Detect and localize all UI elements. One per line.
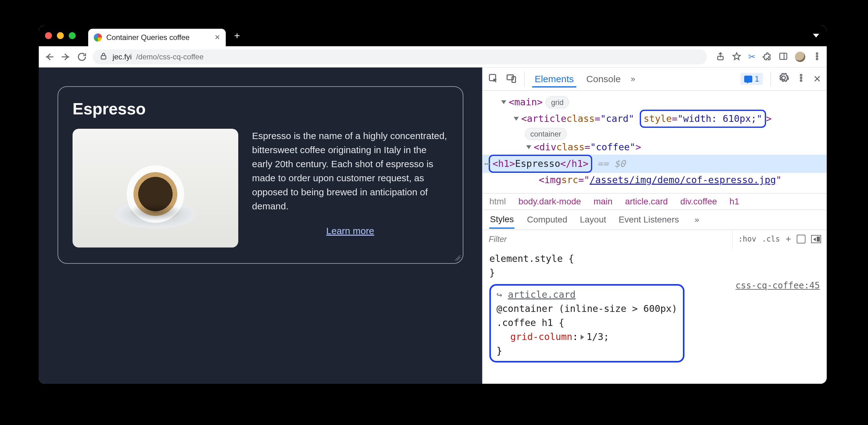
- dom-node-div[interactable]: <div class="coffee" >: [526, 140, 820, 155]
- cls-toggle[interactable]: .cls: [762, 235, 780, 243]
- dom-node-main[interactable]: <main> grid: [501, 95, 820, 110]
- scissors-button[interactable]: ✂: [748, 52, 755, 62]
- container-link[interactable]: article.card: [508, 289, 576, 300]
- issues-badge[interactable]: 1: [740, 73, 763, 85]
- more-tabs-button[interactable]: »: [631, 74, 635, 84]
- devtools-tabbar: Elements Console » 1 ✕: [483, 67, 827, 91]
- url-path: /demo/css-cq-coffee: [136, 53, 204, 61]
- tab-elements[interactable]: Elements: [532, 71, 576, 88]
- back-button[interactable]: [44, 52, 55, 62]
- styles-tab-event-listeners[interactable]: Event Listeners: [619, 215, 679, 225]
- crumb[interactable]: main: [593, 197, 613, 206]
- disclosure-icon[interactable]: [514, 117, 519, 121]
- hov-toggle[interactable]: :hov: [738, 235, 756, 243]
- highlight-h1: <h1>Espresso</h1>: [489, 155, 592, 173]
- address-bar[interactable]: jec.fyi/demo/css-cq-coffee: [93, 50, 707, 64]
- styles-rules: element.style { } css-cq-coffee:45 ↪ art…: [483, 249, 827, 369]
- bookmark-button[interactable]: [732, 52, 741, 62]
- dom-attr: class: [566, 111, 595, 126]
- styles-tab-layout[interactable]: Layout: [580, 215, 606, 225]
- arrow-right-icon: [60, 52, 71, 62]
- dom-node-img[interactable]: <img src="/assets/img/demo/cof-espresso.…: [539, 173, 820, 188]
- dom-node-h1-selected[interactable]: ⋯ <h1>Espresso</h1> == $0: [483, 155, 827, 173]
- menu-button[interactable]: [812, 52, 822, 62]
- dom-breadcrumbs: html body.dark-mode main article.card di…: [483, 193, 827, 210]
- close-window-button[interactable]: [45, 32, 52, 39]
- arrow-left-icon: [44, 52, 55, 62]
- extensions-button[interactable]: [762, 52, 772, 62]
- devtools-menu-button[interactable]: [796, 73, 806, 85]
- more-styles-tabs[interactable]: »: [695, 215, 699, 225]
- crumb[interactable]: article.card: [625, 197, 668, 206]
- crumb[interactable]: html: [489, 197, 506, 206]
- devices-icon: [506, 73, 517, 84]
- dom-tag: ": [776, 173, 782, 188]
- css-value[interactable]: 1/3;: [587, 331, 609, 342]
- share-button[interactable]: [716, 52, 725, 62]
- puzzle-icon: [762, 52, 772, 61]
- styles-filter-bar: :hov .cls +: [483, 230, 827, 249]
- styles-tools: :hov .cls +: [732, 230, 827, 249]
- star-icon: [732, 52, 741, 61]
- browser-toolbar: jec.fyi/demo/css-cq-coffee ✂: [39, 46, 827, 67]
- dom-tag: <article: [521, 111, 566, 126]
- card-heading: Espresso: [72, 99, 448, 118]
- devtools-close-button[interactable]: ✕: [813, 73, 821, 85]
- container-badge[interactable]: container: [525, 128, 566, 140]
- styles-tab-computed[interactable]: Computed: [527, 215, 567, 225]
- new-tab-button[interactable]: +: [230, 29, 244, 42]
- dom-tag: </h1>: [560, 158, 588, 169]
- crumb[interactable]: div.coffee: [680, 197, 717, 206]
- forward-button[interactable]: [60, 52, 71, 62]
- share-icon: [716, 52, 725, 61]
- dom-tag: >: [766, 111, 772, 126]
- settings-button[interactable]: [778, 72, 789, 85]
- reload-button[interactable]: [76, 52, 88, 62]
- dom-text: Espresso: [515, 158, 560, 169]
- speech-icon: [744, 76, 752, 83]
- crumb[interactable]: body.dark-mode: [519, 197, 581, 206]
- disclosure-icon[interactable]: [526, 145, 531, 149]
- profile-avatar[interactable]: [795, 52, 805, 62]
- dom-link[interactable]: /assets/img/demo/cof-espresso.jpg: [590, 173, 776, 188]
- panel-icon: [779, 52, 788, 61]
- dollar-zero: == $0: [597, 157, 625, 171]
- url-host: jec.fyi: [113, 53, 132, 61]
- element-style-rule[interactable]: element.style { }: [489, 252, 820, 280]
- disclosure-icon[interactable]: [501, 100, 506, 104]
- grid-badge[interactable]: grid: [546, 96, 569, 108]
- tab-console[interactable]: Console: [584, 71, 623, 88]
- separator: [524, 72, 525, 86]
- dom-val: "coffee": [590, 140, 636, 155]
- toggle-computed-panel-button[interactable]: [811, 235, 821, 243]
- styles-tab-styles[interactable]: Styles: [489, 210, 514, 229]
- device-toggle-button[interactable]: [506, 73, 517, 85]
- css-property[interactable]: grid-column: [510, 331, 572, 342]
- dom-attr: src: [561, 173, 578, 188]
- container-query-rule[interactable]: ↪ article.card @container (inline-size >…: [489, 284, 684, 362]
- dom-node-article[interactable]: <article class="card" style="width: 610p…: [514, 110, 820, 128]
- chevron-down-icon: [813, 34, 819, 37]
- browser-tab[interactable]: Container Queries coffee ✕: [88, 29, 226, 46]
- dom-val: "width: 610px;": [678, 113, 762, 124]
- learn-more-link[interactable]: Learn more: [252, 224, 448, 238]
- inspect-button[interactable]: [488, 73, 499, 85]
- new-style-rule-button[interactable]: +: [785, 234, 791, 244]
- inspect-icon: [488, 73, 499, 84]
- side-panel-button[interactable]: [779, 52, 788, 62]
- selected-marker: ⋯: [484, 157, 491, 171]
- styles-filter-input[interactable]: [483, 234, 732, 244]
- paint-button[interactable]: [797, 235, 805, 243]
- dom-tree[interactable]: <main> grid <article class="card" style=…: [483, 91, 827, 193]
- arrow-icon: ↪: [497, 289, 502, 300]
- close-tab-button[interactable]: ✕: [215, 33, 220, 41]
- minimize-window-button[interactable]: [57, 32, 64, 39]
- dots-vertical-icon: [796, 73, 806, 83]
- rule-source-link[interactable]: css-cq-coffee:45: [736, 279, 820, 292]
- crumb[interactable]: h1: [730, 197, 739, 206]
- fullscreen-window-button[interactable]: [69, 32, 76, 39]
- tab-overflow-button[interactable]: [813, 34, 819, 37]
- devtools-panel: Elements Console » 1 ✕ <main>: [482, 67, 827, 384]
- dom-badge-row: container: [514, 128, 820, 140]
- expand-shorthand-icon[interactable]: [581, 335, 584, 340]
